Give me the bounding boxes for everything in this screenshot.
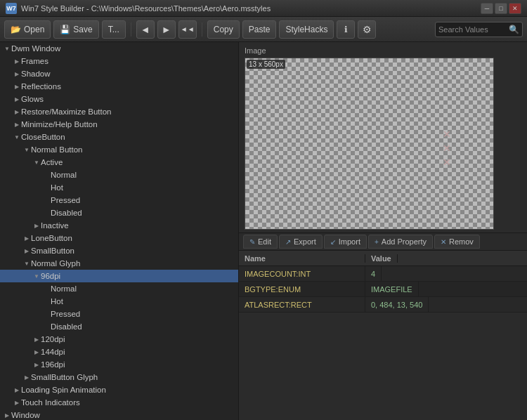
tree-item-smallbutton-glyph[interactable]: ▶SmallButton Glyph (0, 371, 238, 383)
tree-item-label: Dwm Window (11, 44, 60, 53)
tree-arrow-icon: ▶ (13, 57, 21, 65)
tree-item-label: Normal (51, 284, 77, 293)
tree-item-144dpi[interactable]: ▶144dpi (0, 346, 238, 358)
tree-item-label: SmallButton (31, 247, 74, 255)
tree-item-label: Pressed (51, 196, 80, 204)
props-rows: IMAGECOUNT:INT4BGTYPE:ENUMIMAGEFILEATLAS… (239, 266, 527, 313)
close-button[interactable]: ✕ (509, 3, 521, 14)
tree-item-label: 144dpi (41, 348, 65, 356)
tree-item-smallbutton[interactable]: ▶SmallButton (0, 244, 238, 257)
prop-name-cell: BGTYPE:ENUM (239, 282, 365, 296)
open-button[interactable]: 📂 Open (4, 20, 51, 39)
tree-arrow-icon: ▼ (13, 133, 21, 141)
properties-table: Name Value IMAGECOUNT:INT4BGTYPE:ENUMIMA… (239, 251, 527, 420)
tree-arrow-icon (42, 310, 51, 318)
tree-arrow-icon: ▶ (13, 386, 21, 394)
t-button[interactable]: T... (102, 20, 126, 39)
nav-back2-button[interactable]: ◄◄ (178, 20, 197, 39)
tree-item-label: Hot (51, 297, 63, 306)
stylehacks-button[interactable]: StyleHacks (279, 20, 334, 39)
tree-item-pressed2[interactable]: Pressed (0, 308, 238, 320)
cross-symbol-3: ✕ (443, 157, 451, 168)
tree-arrow-icon: ▶ (32, 360, 41, 369)
tree-item-hot2[interactable]: Hot (0, 295, 238, 308)
toolbar: 📂 Open 💾 Save T... ◄ ► ◄◄ Copy Paste Sty… (0, 17, 527, 42)
tree-item-label: Hot (51, 183, 63, 192)
tree-item-96dpi[interactable]: ▼96dpi (0, 270, 238, 282)
tree-arrow-icon: ▼ (3, 44, 11, 53)
tree-item-normal-button[interactable]: ▼Normal Button (0, 143, 238, 156)
table-row[interactable]: ATLASRECT:RECT0, 484, 13, 540 (239, 297, 527, 313)
tab-edit[interactable]: ✎Edit (243, 235, 278, 249)
tab-label-export: Export (294, 237, 316, 246)
copy-button[interactable]: Copy (207, 20, 240, 39)
tree-item-inactive[interactable]: ▶Inactive (0, 219, 238, 232)
name-header: Name (239, 254, 365, 263)
tree-arrow-icon (42, 297, 51, 306)
prop-value-cell: IMAGEFILE (365, 282, 419, 296)
save-button[interactable]: 💾 Save (53, 20, 98, 39)
minimize-button[interactable]: ─ (481, 3, 493, 14)
tree-arrow-icon (42, 183, 51, 192)
info-button[interactable]: ℹ (337, 20, 355, 39)
tree-item-loading-spin[interactable]: ▶Loading Spin Animation (0, 383, 238, 396)
tree-item-label: Pressed (51, 310, 80, 318)
table-row[interactable]: BGTYPE:ENUMIMAGEFILE (239, 282, 527, 297)
tree-item-label: 196dpi (41, 360, 65, 369)
prop-name-cell: ATLASRECT:RECT (239, 297, 365, 312)
tree-item-normal-glyph[interactable]: ▼Normal Glyph (0, 257, 238, 270)
tree-item-disabled[interactable]: Disabled (0, 206, 238, 219)
tree-item-touch-indicators[interactable]: ▶Touch Indicators (0, 396, 238, 409)
tree-item-label: Loading Spin Animation (21, 386, 106, 394)
maximize-button[interactable]: □ (495, 3, 507, 14)
search-box: 🔍 (435, 22, 523, 37)
tab-export[interactable]: ↗Export (279, 235, 323, 249)
tree-item-dwm-window[interactable]: ▼Dwm Window (0, 42, 238, 55)
title-bar-buttons: ─ □ ✕ (481, 3, 521, 14)
tree-arrow-icon (42, 171, 51, 179)
paste-button[interactable]: Paste (242, 20, 277, 39)
tree-arrow-icon: ▶ (13, 70, 21, 78)
tree-item-glows[interactable]: ▶Glows (0, 93, 238, 105)
value-header: Value (365, 254, 398, 263)
tree-panel: ▼Dwm Window▶Frames▶Shadow▶Reflections▶Gl… (0, 42, 239, 420)
tab-label-remove: Remov (449, 237, 474, 246)
open-icon: 📂 (11, 25, 21, 34)
tree-item-lonebutton[interactable]: ▶LoneButton (0, 232, 238, 244)
tree-item-normal2[interactable]: Normal (0, 282, 238, 295)
tree-item-normal[interactable]: Normal (0, 169, 238, 181)
tree-arrow-icon (42, 284, 51, 293)
tree-item-pressed[interactable]: Pressed (0, 194, 238, 206)
right-panel: Image 13 x 560px ✕ ✕ ✕ ✎Edit↗Export↙Impo… (239, 42, 527, 420)
tree-item-window[interactable]: ▶Window (0, 409, 238, 420)
tree-item-minimize-help[interactable]: ▶Minimize/Help Button (0, 118, 238, 131)
nav-back-button[interactable]: ◄ (136, 20, 155, 39)
tree-item-active[interactable]: ▼Active (0, 156, 238, 169)
tree-arrow-icon: ▶ (3, 411, 11, 419)
search-input[interactable] (438, 25, 509, 34)
tree-item-label: Normal Button (31, 145, 83, 154)
tree-item-label: 120dpi (41, 335, 65, 343)
tree-item-restore-maximize[interactable]: ▶Restore/Maximize Button (0, 105, 238, 118)
cross-symbol-2: ✕ (443, 143, 451, 154)
tree-arrow-icon: ▼ (22, 259, 31, 268)
tree-item-196dpi[interactable]: ▶196dpi (0, 358, 238, 371)
tree-item-disabled2[interactable]: Disabled (0, 320, 238, 333)
tree-item-label: 96dpi (41, 272, 60, 280)
tab-label-import: Import (339, 237, 360, 246)
settings-button[interactable]: ⚙ (358, 20, 376, 39)
tree-item-frames[interactable]: ▶Frames (0, 55, 238, 67)
tab-import[interactable]: ↙Import (324, 235, 367, 249)
tree-item-shadow[interactable]: ▶Shadow (0, 67, 238, 80)
tab-remove[interactable]: ✕Remov (434, 235, 480, 249)
tree-item-reflections[interactable]: ▶Reflections (0, 80, 238, 93)
tree-item-120dpi[interactable]: ▶120dpi (0, 333, 238, 346)
tree-item-label: Active (41, 158, 63, 166)
tree-item-hot[interactable]: Hot (0, 181, 238, 194)
title-bar-text: Win7 Style Builder - C:\Windows\Resource… (21, 4, 481, 13)
table-row[interactable]: IMAGECOUNT:INT4 (239, 266, 527, 282)
tab-add-property[interactable]: +Add Property (368, 235, 433, 249)
tree-item-label: Frames (21, 57, 48, 65)
tree-item-closebutton[interactable]: ▼CloseButton (0, 131, 238, 143)
nav-forward-button[interactable]: ► (157, 20, 176, 39)
